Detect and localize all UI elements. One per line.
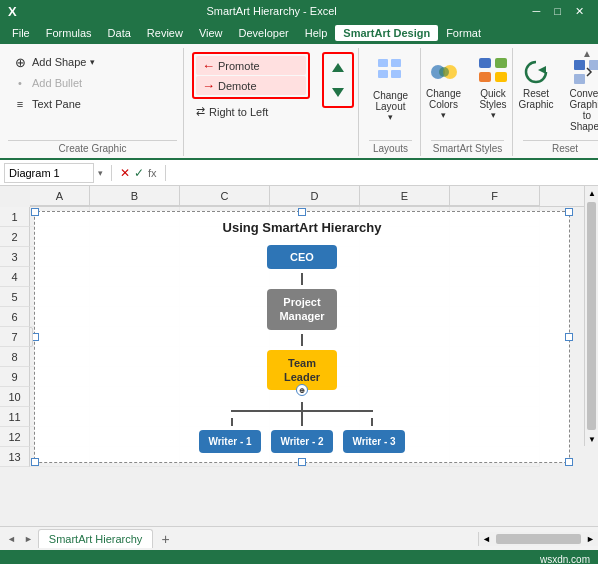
minimize-button[interactable]: ─ bbox=[527, 5, 547, 18]
scroll-sheets-right[interactable]: ► bbox=[21, 534, 36, 544]
promote-button[interactable]: ← Promote bbox=[196, 56, 306, 75]
move-down-button[interactable] bbox=[327, 81, 349, 103]
scroll-up-button[interactable]: ▲ bbox=[585, 186, 598, 200]
quick-styles-chevron[interactable]: ▾ bbox=[491, 110, 496, 120]
ceo-node[interactable]: CEO bbox=[267, 245, 337, 269]
handle-bc[interactable] bbox=[298, 458, 306, 466]
menu-review[interactable]: Review bbox=[139, 25, 191, 41]
text-pane-button[interactable]: ≡ Text Pane bbox=[8, 94, 85, 114]
move-handle[interactable]: ⊕ bbox=[296, 384, 308, 396]
scroll-thumb[interactable] bbox=[587, 202, 596, 430]
create-graphic-items: ⊕ Add Shape ▾ • Add Bullet ≡ Text Pane bbox=[8, 48, 177, 136]
menu-formulas[interactable]: Formulas bbox=[38, 25, 100, 41]
handle-br[interactable] bbox=[565, 458, 573, 466]
create-graphic-label: Create Graphic bbox=[8, 140, 177, 156]
menu-smartart-design[interactable]: SmartArt Design bbox=[335, 25, 438, 41]
writers-row: Writer - 1 Writer - 2 Writer - 3 bbox=[199, 430, 405, 453]
grid-wrapper: A B C D E F 1 2 3 4 5 6 7 8 9 10 11 12 bbox=[0, 186, 584, 526]
change-layout-chevron[interactable]: ▾ bbox=[388, 112, 393, 122]
svg-point-8 bbox=[439, 67, 449, 77]
smartart-container[interactable]: ◄ Using SmartArt Hierarchy CEO ProjectMa… bbox=[34, 211, 570, 463]
row-13: 13 bbox=[0, 447, 30, 467]
confirm-formula-button[interactable]: ✓ bbox=[134, 166, 144, 180]
reset-label: Reset bbox=[523, 140, 598, 156]
reset-items: ResetGraphic ConvertGraphic to Shapes bbox=[516, 48, 598, 136]
project-manager-node[interactable]: ProjectManager bbox=[267, 289, 337, 330]
collapse-ribbon-area: ▲ bbox=[578, 46, 596, 61]
menu-file[interactable]: File bbox=[4, 25, 38, 41]
col-header-f: F bbox=[450, 186, 540, 206]
quick-styles-button[interactable]: QuickStyles ▾ bbox=[471, 52, 515, 124]
change-layout-button[interactable]: Change Layout ▾ bbox=[367, 52, 414, 126]
h-scroll-thumb[interactable] bbox=[496, 534, 581, 544]
excel-logo: X bbox=[8, 4, 17, 19]
maximize-button[interactable]: □ bbox=[548, 5, 567, 18]
col-headers: A B C D E F bbox=[30, 186, 584, 207]
change-colors-chevron[interactable]: ▾ bbox=[441, 110, 446, 120]
right-to-left-button[interactable]: ⇄ Right to Left bbox=[192, 103, 310, 120]
sheet-tab[interactable]: SmartArt Hierarchy bbox=[38, 529, 154, 548]
menu-format[interactable]: Format bbox=[438, 25, 489, 41]
cell-area: ◄ Using SmartArt Hierarchy CEO ProjectMa… bbox=[30, 207, 584, 467]
title-bar: X SmartArt Hierarchy - Excel ─ □ ✕ bbox=[0, 0, 598, 22]
col-header-c: C bbox=[180, 186, 270, 206]
row-1: 1 bbox=[0, 207, 30, 227]
writer3-node[interactable]: Writer - 3 bbox=[343, 430, 405, 453]
handle-mr[interactable] bbox=[565, 333, 573, 341]
add-shape-chevron[interactable]: ▾ bbox=[90, 57, 95, 67]
right-to-left-icon: ⇄ bbox=[196, 105, 205, 118]
row-3: 3 bbox=[0, 247, 30, 267]
move-up-icon bbox=[331, 61, 345, 75]
resize-left-handle[interactable]: ◄ bbox=[30, 327, 33, 347]
handle-tc[interactable] bbox=[298, 208, 306, 216]
convert-button[interactable]: ConvertGraphic to Shapes bbox=[560, 52, 598, 136]
vertical-scrollbar[interactable]: ▲ ▼ bbox=[584, 186, 598, 446]
team-leader-node[interactable]: TeamLeader ⊕ bbox=[267, 350, 337, 391]
smartart-styles-label: SmartArt Styles bbox=[431, 140, 504, 156]
row-8: 8 bbox=[0, 347, 30, 367]
name-box[interactable]: Diagram 1 bbox=[4, 163, 94, 183]
hierarchy-diagram: CEO ProjectManager TeamLeader ⊕ bbox=[199, 245, 405, 454]
scroll-sheets-left[interactable]: ◄ bbox=[4, 534, 19, 544]
svg-rect-5 bbox=[391, 70, 401, 78]
formula-input[interactable] bbox=[174, 163, 594, 183]
menu-developer[interactable]: Developer bbox=[231, 25, 297, 41]
menu-data[interactable]: Data bbox=[100, 25, 139, 41]
handle-tr[interactable] bbox=[565, 208, 573, 216]
scroll-right-button[interactable]: ► bbox=[583, 534, 598, 544]
demote-button[interactable]: → Demote bbox=[196, 76, 306, 95]
svg-rect-10 bbox=[495, 58, 507, 68]
add-shape-button[interactable]: ⊕ Add Shape ▾ bbox=[8, 52, 99, 72]
collapse-ribbon-button[interactable]: ▲ bbox=[578, 46, 596, 61]
reset-graphic-button[interactable]: ResetGraphic bbox=[516, 52, 556, 114]
writer1-node[interactable]: Writer - 1 bbox=[199, 430, 261, 453]
name-box-chevron[interactable]: ▾ bbox=[98, 168, 103, 178]
writer2-node[interactable]: Writer - 2 bbox=[271, 430, 333, 453]
row-12: 12 bbox=[0, 427, 30, 447]
layouts-label: Layouts bbox=[369, 140, 412, 156]
scroll-left-button[interactable]: ◄ bbox=[479, 534, 494, 544]
menu-help[interactable]: Help bbox=[297, 25, 336, 41]
svg-marker-0 bbox=[332, 63, 344, 72]
smartart-styles-items: ChangeColors ▾ QuickStyles ▾ bbox=[420, 48, 515, 136]
change-colors-icon bbox=[428, 56, 460, 88]
ribbon-group-layouts: Change Layout ▾ Layouts bbox=[361, 48, 421, 156]
insert-function-button[interactable]: fx bbox=[148, 167, 157, 179]
move-up-button[interactable] bbox=[327, 57, 349, 79]
scroll-down-button[interactable]: ▼ bbox=[585, 432, 598, 446]
formula-divider bbox=[111, 165, 112, 181]
cancel-formula-button[interactable]: ✕ bbox=[120, 166, 130, 180]
layouts-items: Change Layout ▾ bbox=[367, 48, 414, 136]
change-colors-button[interactable]: ChangeColors ▾ bbox=[420, 52, 467, 124]
horizontal-scrollbar[interactable]: ◄ ► bbox=[478, 532, 598, 546]
close-button[interactable]: ✕ bbox=[569, 5, 590, 18]
move-arrows-group bbox=[318, 48, 359, 156]
handle-tl[interactable] bbox=[31, 208, 39, 216]
menu-view[interactable]: View bbox=[191, 25, 231, 41]
add-sheet-button[interactable]: + bbox=[155, 531, 175, 547]
svg-rect-11 bbox=[479, 72, 491, 82]
col-header-b: B bbox=[90, 186, 180, 206]
col-header-e: E bbox=[360, 186, 450, 206]
handle-bl[interactable] bbox=[31, 458, 39, 466]
connector-ceo-pm bbox=[301, 273, 303, 285]
